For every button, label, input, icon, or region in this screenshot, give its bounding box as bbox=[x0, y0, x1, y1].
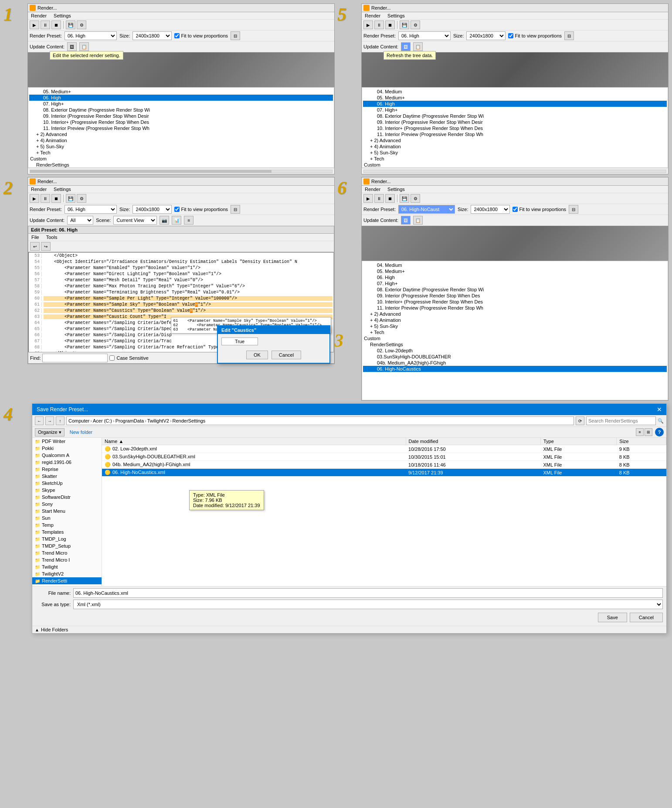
folder-qualcomm[interactable]: 📁 Qualcomm A bbox=[32, 452, 102, 459]
folder-tree-panel[interactable]: 📁 PDF Writer 📁 Pokki 📁 Qualcomm A � bbox=[32, 438, 102, 586]
tree-item-anim-5[interactable]: + 4) Animation bbox=[363, 143, 667, 150]
play-btn-6[interactable]: ▶ bbox=[363, 194, 373, 203]
folder-reprise[interactable]: 📁 Reprise bbox=[32, 466, 102, 473]
size-select-5[interactable]: 2400x1800 bbox=[466, 31, 506, 40]
tree-item-medium-plus-6[interactable]: 05. Medium+ bbox=[363, 268, 667, 274]
folder-templates[interactable]: 📁 Templates bbox=[32, 528, 102, 535]
tree-item-rendersettings-1[interactable]: RenderSettings bbox=[29, 162, 333, 168]
save-btn-dialog[interactable]: Save bbox=[598, 613, 627, 622]
update-btn2-6[interactable]: 📋 bbox=[413, 216, 423, 225]
folder-skype[interactable]: 📁 Skype bbox=[32, 487, 102, 494]
update-icon-1[interactable]: 🖼 bbox=[67, 42, 77, 51]
update-btn2-5[interactable]: 📋 bbox=[413, 42, 423, 51]
savetype-select[interactable]: Xml (*.xml) bbox=[73, 600, 663, 609]
tree-item-custom-5[interactable]: Custom bbox=[363, 162, 667, 168]
settings-btn-6[interactable]: ⚙ bbox=[411, 194, 420, 203]
pause-btn-1[interactable]: ⏸ bbox=[41, 20, 50, 29]
tree-item-rendersettings-6[interactable]: RenderSettings bbox=[363, 341, 667, 348]
nav-forward-btn[interactable]: → bbox=[45, 416, 54, 425]
save-btn-1[interactable]: 💾 bbox=[66, 20, 75, 29]
preset-select-1[interactable]: 06. High bbox=[64, 31, 117, 40]
folder-trendmicro[interactable]: 📁 Trend Micro bbox=[32, 549, 102, 556]
folder-regid[interactable]: 📁 regid.1991-06 bbox=[32, 459, 102, 466]
menu-render-2[interactable]: Render bbox=[30, 186, 48, 192]
size-select-2[interactable]: 2400x1800 bbox=[132, 205, 172, 214]
tree-item-custom-6[interactable]: Custom bbox=[363, 335, 667, 341]
fit-checkbox-5[interactable] bbox=[508, 33, 513, 38]
folder-tmdplog[interactable]: 📁 TMDP_Log bbox=[32, 535, 102, 542]
file-list-panel[interactable]: Name ▲ Date modified Type Size 🟡02. Low-… bbox=[102, 438, 666, 586]
tree-item-medium-6[interactable]: 04. Medium bbox=[363, 262, 667, 268]
aspect-btn-5[interactable]: ⊟ bbox=[564, 31, 574, 40]
tree-item-high-plus-5[interactable]: 07. High+ bbox=[363, 107, 667, 113]
tree-item-tech-5[interactable]: + Tech bbox=[363, 156, 667, 162]
help-btn[interactable]: ? bbox=[655, 428, 664, 436]
nav-back-btn[interactable]: ← bbox=[35, 416, 44, 425]
fit-checkbox-1[interactable] bbox=[174, 33, 180, 38]
preset-select-5[interactable]: 06. High bbox=[398, 31, 451, 40]
tree-item-anim-6[interactable]: + 4) Animation bbox=[363, 317, 667, 323]
pause-btn-2[interactable]: ⏸ bbox=[41, 194, 50, 203]
fit-checkbox-6[interactable] bbox=[512, 207, 518, 212]
menu-settings-6[interactable]: Settings bbox=[386, 186, 406, 192]
tree-panel-5[interactable]: 04. Medium 05. Medium+ 06. High 07. High… bbox=[362, 87, 668, 168]
cancel-btn-dialog[interactable]: Cancel bbox=[630, 613, 663, 622]
folder-sony[interactable]: 📁 Sony bbox=[32, 501, 102, 508]
file-row-1[interactable]: 🟡02. Low-20depth.xml 10/28/2016 17:50 XM… bbox=[102, 445, 666, 453]
save-btn-6[interactable]: 💾 bbox=[400, 194, 409, 203]
file-row-4[interactable]: 🟡06. High-NoCaustics.xml 9/12/2017 21:39… bbox=[102, 469, 666, 477]
tree-item-tech-6[interactable]: + Tech bbox=[363, 329, 667, 335]
update-icon-5[interactable]: 🖼 bbox=[401, 42, 411, 51]
stop-btn-2[interactable]: ⏹ bbox=[51, 194, 61, 203]
edit-redo[interactable]: ↪ bbox=[41, 242, 51, 251]
stop-btn-6[interactable]: ⏹ bbox=[385, 194, 395, 203]
folder-pokki[interactable]: 📁 Pokki bbox=[32, 445, 102, 452]
filename-input[interactable] bbox=[73, 588, 663, 598]
folder-softwaredistr[interactable]: 📁 SoftwareDistr bbox=[32, 494, 102, 501]
stop-btn-1[interactable]: ⏹ bbox=[51, 20, 61, 29]
play-btn-1[interactable]: ▶ bbox=[30, 20, 39, 29]
menu-render-5[interactable]: Render bbox=[363, 13, 382, 19]
edit-menu-file[interactable]: File bbox=[30, 234, 41, 240]
scrollbar-bottom-5[interactable] bbox=[362, 168, 668, 174]
tree-item-int-6[interactable]: 09. Interior (Progressive Render Stop Wh… bbox=[363, 293, 667, 299]
tree-item-ext-day-5[interactable]: 08. Exterior Daytime (Progressive Render… bbox=[363, 113, 667, 119]
edit-menu-tools[interactable]: Tools bbox=[45, 234, 59, 240]
tree-item-sunsky-high-6[interactable]: 03.SunSkyHigh-DOUBLEGATHER bbox=[363, 354, 667, 360]
folder-trendmicro1[interactable]: 📁 Trend Micro I bbox=[32, 556, 102, 563]
menu-settings-1[interactable]: Settings bbox=[52, 13, 72, 19]
dialog-ok-btn[interactable]: OK bbox=[246, 351, 268, 359]
find-input-2[interactable] bbox=[42, 354, 108, 362]
tree-item-advanced-5[interactable]: + 2) Advanced bbox=[363, 137, 667, 143]
tree-item-int-prev-1[interactable]: 11. Interior Preview (Progressive Render… bbox=[29, 125, 333, 131]
tree-item-high-1[interactable]: 06. High bbox=[29, 95, 333, 101]
tree-item-int-1[interactable]: 09. Interior (Progressive Render Stop Wh… bbox=[29, 113, 333, 119]
tree-item-int-plus-1[interactable]: 10. Interior+ (Progressive Render Stop W… bbox=[29, 119, 333, 125]
folder-skatter[interactable]: 📁 Skatter bbox=[32, 473, 102, 480]
folder-sketchup[interactable]: 📁 SketchUp bbox=[32, 480, 102, 487]
tree-item-ext-day-1[interactable]: 08. Exterior Daytime (Progressive Render… bbox=[29, 107, 333, 113]
aspect-btn-1[interactable]: ⊟ bbox=[231, 31, 240, 40]
folder-twilight[interactable]: 📁 Twilight bbox=[32, 563, 102, 570]
folder-temp[interactable]: 📁 Temp bbox=[32, 522, 102, 528]
tree-item-int-prev-5[interactable]: 11. Interior Preview (Progressive Render… bbox=[363, 131, 667, 137]
tree-item-advanced-6[interactable]: + 2) Advanced bbox=[363, 311, 667, 317]
tree-item-high-plus-1[interactable]: 07. High+ bbox=[29, 101, 333, 107]
nav-up-btn[interactable]: ↑ bbox=[56, 416, 64, 425]
tree-item-sunsky-5[interactable]: + 5) Sun-Sky bbox=[363, 150, 667, 156]
pause-btn-6[interactable]: ⏸ bbox=[374, 194, 384, 203]
tree-item-high-plus-6[interactable]: 07. High+ bbox=[363, 280, 667, 286]
stop-btn-5[interactable]: ⏹ bbox=[385, 20, 395, 29]
organize-btn[interactable]: Organize ▾ bbox=[35, 428, 64, 436]
new-folder-btn[interactable]: New folder bbox=[67, 429, 95, 436]
nav-refresh-btn[interactable]: ⟳ bbox=[576, 416, 584, 425]
folder-tmdpsetup[interactable]: 📁 TMDP_Setup bbox=[32, 542, 102, 549]
tree-item-sunsky-6[interactable]: + 5) Sun-Sky bbox=[363, 323, 667, 329]
update-select-2[interactable]: All bbox=[67, 216, 93, 225]
menu-render-6[interactable]: Render bbox=[363, 186, 382, 192]
size-select-1[interactable]: 2400x1800 bbox=[132, 31, 172, 40]
menu-settings-5[interactable]: Settings bbox=[386, 13, 406, 19]
tree-item-low-6[interactable]: 02. Low-20depth bbox=[363, 348, 667, 354]
tree-item-custom-1[interactable]: Custom bbox=[29, 156, 333, 162]
scene-select-2[interactable]: Current View bbox=[113, 216, 157, 225]
